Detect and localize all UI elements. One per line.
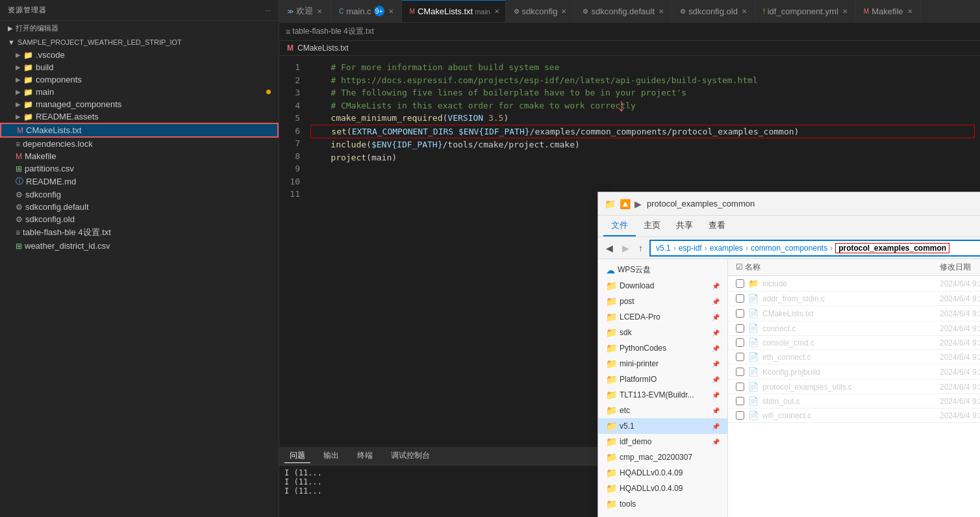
fe-left-item-9[interactable]: 📁 v5.1 📌 <box>598 418 727 434</box>
sidebar-item-14[interactable]: ≡table-flash-ble 4设置.txt <box>0 225 279 240</box>
fe-left-item-7[interactable]: 📁 TLT113-EVM(Buildr... 📌 <box>598 387 727 403</box>
fe-up-btn[interactable]: ↑ <box>636 242 646 255</box>
sidebar-item-3[interactable]: ▶📁main <box>0 86 279 98</box>
fe-file-checkbox[interactable] <box>736 338 744 347</box>
fe-breadcrumb-item-3[interactable]: common_components <box>751 244 827 253</box>
tab-1[interactable]: Cmain.c9+✕ <box>331 0 402 22</box>
code-line-9: include($ENV{IDF_PATH}/tools/cmake/proje… <box>310 138 975 151</box>
fe-ribbon-tab-共享[interactable]: 共享 <box>668 216 701 236</box>
tab-close-btn[interactable]: ✕ <box>388 8 394 15</box>
tab-5[interactable]: ⚙sdkconfig.old✕ <box>672 0 755 22</box>
fe-forward-btn[interactable]: ▶ <box>620 242 632 255</box>
fe-left-item-1[interactable]: 📁 post 📌 <box>598 294 727 309</box>
sidebar-item-6[interactable]: MCMakeLists.txt <box>0 123 279 138</box>
left-folder-icon: 📁 <box>606 499 617 509</box>
sidebar-item-1[interactable]: ▶📁build <box>0 61 279 73</box>
fe-file-row-4[interactable]: 📄 console_cmd.c 2024/6/4 9:29 C Source <box>728 336 980 350</box>
left-folder-icon: 📁 <box>606 452 617 462</box>
sidebar-item-13[interactable]: ⚙sdkconfig.old <box>0 213 279 225</box>
fe-ribbon-tab-查看[interactable]: 查看 <box>701 216 733 236</box>
fe-back-btn[interactable]: ◀ <box>603 242 616 255</box>
fe-file-row-3[interactable]: 📄 connect.c 2024/6/4 9:29 C Source <box>728 322 980 336</box>
sidebar-item-11[interactable]: ⚙sdkconfig <box>0 188 279 201</box>
fe-breadcrumb-item-1[interactable]: esp-idf <box>679 244 702 253</box>
terminal-tab-1[interactable]: 输出 <box>318 449 344 462</box>
tab-0[interactable]: ≫欢迎✕ <box>279 0 331 22</box>
editor-area: ≫欢迎✕Cmain.c9+✕MCMakeLists.txtmain✕⚙sdkco… <box>279 0 980 517</box>
fe-left-item-2[interactable]: 📁 LCEDA-Pro 📌 <box>598 309 727 325</box>
second-tab-table-flash[interactable]: ≡ table-flash-ble 4设置.txt <box>279 25 381 38</box>
fe-file-checkbox[interactable] <box>736 353 744 361</box>
fe-file-date: 2024/6/4 9:29 <box>940 411 980 420</box>
sidebar-item-0[interactable]: ▶📁.vscode <box>0 49 279 61</box>
fe-ribbon-tab-主页[interactable]: 主页 <box>636 216 668 236</box>
fe-file-checkbox[interactable] <box>736 324 744 333</box>
fe-file-checkbox[interactable] <box>736 383 744 391</box>
tab-close-btn[interactable]: ✕ <box>907 8 912 15</box>
sidebar-more-btn[interactable]: ··· <box>265 6 271 14</box>
left-folder-icon: 📁 <box>606 374 617 385</box>
folder-icon: 📁 <box>23 51 33 60</box>
fe-left-item-8[interactable]: 📁 etc 📌 <box>598 403 727 418</box>
fe-file-checkbox[interactable] <box>736 397 744 405</box>
fe-left-item-11[interactable]: 📁 cmp_mac_20200307 <box>598 449 727 465</box>
tab-7[interactable]: MMakefile✕ <box>856 0 921 22</box>
fe-left-item-6[interactable]: 📁 PlatformIO 📌 <box>598 372 727 387</box>
col-name[interactable]: ☑ 名称 <box>736 262 940 273</box>
tab-close-btn[interactable]: ✕ <box>842 8 848 15</box>
fe-breadcrumb-item-2[interactable]: examples <box>710 244 743 253</box>
terminal-tab-3[interactable]: 调试控制台 <box>386 449 435 462</box>
terminal-tab-0[interactable]: 问题 <box>284 449 310 463</box>
sidebar-item-9[interactable]: ⊞partitions.csv <box>0 162 279 175</box>
tab-4[interactable]: ⚙sdkconfig.default✕ <box>575 0 672 22</box>
sidebar-item-12[interactable]: ⚙sdkconfig.default <box>0 201 279 213</box>
tab-close-btn[interactable]: ✕ <box>317 8 322 15</box>
fe-left-item-3[interactable]: 📁 sdk 📌 <box>598 325 727 340</box>
fe-left-item-4[interactable]: 📁 PythonCodes 📌 <box>598 340 727 356</box>
line-numbers: 1234567891011 <box>279 56 305 447</box>
fe-file-checkbox[interactable] <box>736 368 744 376</box>
tab-label: 欢迎 <box>296 5 313 17</box>
fe-file-row-0[interactable]: 📁 include 2024/6/4 9:29 文件夹 <box>728 276 980 292</box>
fe-ribbon-tab-文件[interactable]: 文件 <box>603 216 636 236</box>
tab-close-btn[interactable]: ✕ <box>659 8 664 15</box>
fe-file-row-6[interactable]: 📄 Kconfig.projbuild 2024/6/4 9:29 PROJBU… <box>728 364 980 380</box>
fe-left-item-12[interactable]: 📁 HQADLLv0.0.4.09 <box>598 465 727 481</box>
fe-file-checkbox[interactable] <box>736 309 744 318</box>
open-editors-section[interactable]: ▶ 打开的编辑器 <box>0 21 279 36</box>
tab-close-btn[interactable]: ✕ <box>742 8 747 15</box>
sidebar-item-8[interactable]: MMakefile <box>0 150 279 162</box>
fe-left-wps[interactable]: ☁ WPS云盘 <box>598 262 727 278</box>
fe-file-row-9[interactable]: 📄 wifi_connect.c 2024/6/4 9:29 C Source <box>728 409 980 423</box>
fe-file-checkbox[interactable] <box>736 411 744 420</box>
fe-file-row-8[interactable]: 📄 stdin_out.c 2024/6/4 9:29 C Source <box>728 394 980 409</box>
fe-file-row-2[interactable]: 📄 CMakeLists.txt 2024/6/4 9:29 文本文档 <box>728 306 980 322</box>
fe-left-item-13[interactable]: 📁 HQADLLv0.0.4.09 <box>598 481 727 496</box>
fe-file-checkbox[interactable] <box>736 294 744 303</box>
fe-left-item-0[interactable]: 📁 Download 📌 <box>598 278 727 294</box>
fe-left-item-10[interactable]: 📁 idf_demo 📌 <box>598 434 727 449</box>
tab-2[interactable]: MCMakeLists.txtmain✕ <box>402 0 506 22</box>
fe-left-item-5[interactable]: 📁 mini-printer 📌 <box>598 356 727 372</box>
tab-3[interactable]: ⚙sdkconfig✕ <box>506 0 575 22</box>
project-label[interactable]: ▼ SAMPLE_PROJECT_WEATHER_LED_STRIP_IOT <box>0 36 279 49</box>
fe-breadcrumb-sep: › <box>830 244 833 253</box>
tab-6[interactable]: !idf_component.yml✕ <box>755 0 856 22</box>
terminal-tab-2[interactable]: 终端 <box>352 449 378 462</box>
sidebar-item-2[interactable]: ▶📁components <box>0 73 279 86</box>
tab-close-btn[interactable]: ✕ <box>561 8 566 15</box>
sidebar-item-7[interactable]: ≡dependencies.lock <box>0 138 279 150</box>
fe-file-row-7[interactable]: 📄 protocol_examples_utils.c 2024/6/4 9:2… <box>728 380 980 394</box>
fe-left-item-14[interactable]: 📁 tools <box>598 496 727 512</box>
sidebar-item-15[interactable]: ⊞weather_district_id.csv <box>0 240 279 252</box>
fe-file-checkbox[interactable] <box>736 279 744 288</box>
sidebar-item-10[interactable]: ⓘREADME.md <box>0 175 279 188</box>
sidebar-item-5[interactable]: ▶📁README.assets <box>0 110 279 123</box>
fe-breadcrumb-item-4[interactable]: protocol_examples_common <box>835 243 949 253</box>
sidebar-item-4[interactable]: ▶📁managed_components <box>0 98 279 110</box>
fe-file-row-5[interactable]: 📄 eth_connect.c 2024/6/4 9:29 C Source <box>728 350 980 364</box>
tab-close-btn[interactable]: ✕ <box>494 8 499 15</box>
fe-file-row-1[interactable]: 📄 addr_from_stdin.c 2024/6/4 9:29 C Sour… <box>728 292 980 306</box>
col-date[interactable]: 修改日期 <box>940 262 980 273</box>
fe-breadcrumb-item-0[interactable]: v5.1 <box>656 244 671 253</box>
